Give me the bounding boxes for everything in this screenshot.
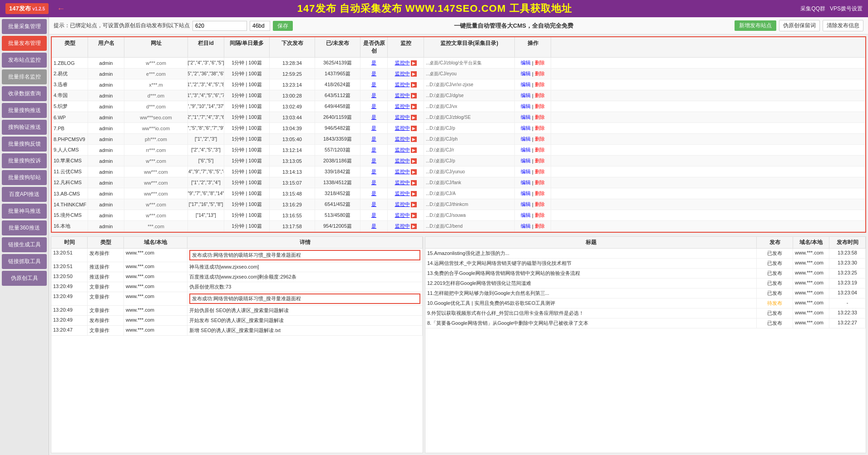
cell-monitor[interactable]: 监控中 ▶ — [388, 145, 424, 155]
cell-ops[interactable]: 编辑 | 删除 — [515, 123, 551, 133]
sidebar-btn-6[interactable]: 搜狗验证推送 — [2, 120, 47, 135]
save-button[interactable]: 保存 — [273, 21, 293, 31]
cell-monitor[interactable]: 监控中 ▶ — [388, 210, 424, 220]
cell-ops[interactable]: 编辑 | 删除 — [515, 221, 551, 231]
cell-cols: ["1","3","4","5","6","7"] — [188, 90, 224, 101]
cell-monitor[interactable]: 监控中 ▶ — [388, 156, 424, 166]
new-site-button[interactable]: 新增发布站点 — [735, 20, 776, 31]
cell-ops[interactable]: 编辑 | 删除 — [515, 188, 551, 199]
cell-next: 13:02:49 — [270, 101, 315, 112]
cell-monitor[interactable]: 监控中 ▶ — [388, 177, 424, 188]
num-input[interactable] — [250, 21, 270, 31]
sidebar-btn-5[interactable]: 批量搜狗推送 — [2, 103, 47, 118]
cell-type: 9.人人CMS — [52, 145, 88, 155]
log-detail: 新增 SEO的诱人课区_搜索量问题解读.txt — [187, 326, 423, 335]
cell-next: 13:14:13 — [270, 166, 315, 177]
cell-interval: 1分钟 | 100篇 — [224, 177, 270, 188]
cell-url: ww***seo.com — [124, 112, 188, 122]
cell-interval: 1分钟 | 100篇 — [224, 68, 270, 79]
cell-ops[interactable]: 编辑 | 删除 — [515, 79, 551, 90]
cell-ops[interactable]: 编辑 | 删除 — [515, 101, 551, 112]
cell-interval: 1分钟 | 100篇 — [224, 188, 270, 199]
cell-cols: ["14","13"] — [188, 210, 224, 220]
cell-count: 3218/452篇 — [315, 188, 360, 199]
cell-interval: 1分钟 | 100篇 — [224, 79, 270, 90]
sidebar-btn-14[interactable]: 链接抓取工具 — [2, 254, 47, 269]
cell-dir: ...D:/桌面/CJ/thinkcm — [424, 199, 515, 210]
cell-url: ph***.com — [124, 134, 188, 144]
cell-user: admin — [88, 145, 124, 155]
bottom-area: 时间 类型 域名/本地 详情 13:20:51 发布操作 www.***.com… — [51, 236, 866, 453]
token-input[interactable] — [192, 21, 247, 31]
cell-monitor[interactable]: 监控中 ▶ — [388, 123, 424, 133]
sidebar-btn-10[interactable]: 百度API推送 — [2, 187, 47, 202]
cell-ops[interactable]: 编辑 | 删除 — [515, 166, 551, 177]
logo-text: 147发布 — [9, 5, 31, 12]
sidebar-btn-7[interactable]: 批量搜狗反馈 — [2, 137, 47, 152]
cell-monitor[interactable]: 监控中 ▶ — [388, 199, 424, 210]
vps-settings-link[interactable]: VPS拨号设置 — [830, 5, 863, 13]
cell-ops[interactable]: 编辑 | 删除 — [515, 156, 551, 166]
cell-monitor[interactable]: 监控中 ▶ — [388, 68, 424, 79]
cell-pseudo: 是 — [360, 68, 388, 79]
cell-ops[interactable]: 编辑 | 删除 — [515, 134, 551, 144]
right-title: 15.Amazonlisting强化进上加强的力... — [425, 249, 757, 258]
cell-cols: ["2","1","7","4","3","6"] — [188, 112, 224, 122]
cell-count: 2640/1159篇 — [315, 112, 360, 122]
log-row-inner: 13:20:47 文章操作 www.***.com 新增 SEO的诱人课区_搜索… — [51, 326, 423, 336]
right-status: 已发布 — [757, 269, 793, 278]
log-detail-wrapper: 发布成功:网络营销的吸睛坏习惯_搜寻量准题面程 — [187, 292, 423, 305]
sidebar-btn-1[interactable]: 批量发布管理 — [2, 36, 47, 51]
cell-pseudo: 是 — [360, 101, 388, 112]
cell-ops[interactable]: 编辑 | 删除 — [515, 210, 551, 220]
sidebar-btn-12[interactable]: 批量360推送 — [2, 220, 47, 235]
clear-button[interactable]: 清除发布信息 — [823, 20, 863, 31]
log-domain: www.***.com — [124, 249, 187, 262]
sidebar-btn-2[interactable]: 发布站点监控 — [2, 53, 47, 68]
cell-ops[interactable]: 编辑 | 删除 — [515, 145, 551, 155]
cell-ops[interactable]: 编辑 | 删除 — [515, 112, 551, 122]
cell-monitor[interactable]: 监控中 ▶ — [388, 188, 424, 199]
cell-monitor[interactable]: 监控中 ▶ — [388, 134, 424, 144]
sidebar-btn-0[interactable]: 批量采集管理 — [2, 19, 47, 34]
log-row: 13:20:49 文章操作 www.***.com 发布成功:网络营销的吸睛坏习… — [51, 292, 423, 306]
cell-cols: ["35","2","36","38","6"...] — [188, 68, 224, 79]
sidebar-btn-4[interactable]: 收录数据查询 — [2, 86, 47, 101]
cell-monitor[interactable]: 监控中 ▶ — [388, 101, 424, 112]
cell-monitor[interactable]: 监控中 ▶ — [388, 112, 424, 122]
log-time: 13:20:49 — [51, 282, 88, 292]
sidebar-btn-13[interactable]: 链接生成工具 — [2, 237, 47, 252]
cell-monitor[interactable]: 监控中 ▶ — [388, 166, 424, 177]
log-row-inner: 13:20:51 推送操作 www.***.com 神马推送成功[www.zjx… — [51, 262, 423, 272]
pseudo-button[interactable]: 伪原创保留词 — [779, 20, 820, 31]
cell-interval: 1分钟 | 100篇 — [224, 145, 270, 155]
cell-interval: 1分钟 | 100篇 — [224, 199, 270, 210]
sidebar-btn-11[interactable]: 批量神马推送 — [2, 204, 47, 219]
right-panel: 标题 发布 域名/本地 发布时间 15.Amazonlisting强化进上加强的… — [425, 236, 866, 453]
cell-ops[interactable]: 编辑 | 删除 — [515, 68, 551, 79]
cell-ops[interactable]: 编辑 | 删除 — [515, 177, 551, 188]
cell-ops[interactable]: 编辑 | 删除 — [515, 90, 551, 101]
right-status: 已发布 — [757, 308, 793, 318]
cell-user: admin — [88, 210, 124, 220]
cell-monitor[interactable]: 监控中 ▶ — [388, 90, 424, 101]
sidebar-btn-15[interactable]: 伪原创工具 — [2, 271, 47, 286]
cell-monitor[interactable]: 监控中 ▶ — [388, 79, 424, 90]
cell-dir: ...D:/桌面/CJ/zblog/SE — [424, 112, 515, 122]
sidebar-btn-8[interactable]: 批量搜狗投诉 — [2, 153, 47, 168]
cell-count: 946/5482篇 — [315, 123, 360, 133]
cell-monitor[interactable]: 监控中 ▶ — [388, 221, 424, 231]
cell-ops[interactable]: 编辑 | 删除 — [515, 58, 551, 68]
sidebar-btn-9[interactable]: 批量搜狗邬站 — [2, 170, 47, 185]
right-time: 13:23:25 — [829, 269, 866, 278]
hint-text: 提示：已绑定站点，可设置伪原创后自动发布到以下站点 — [54, 22, 190, 29]
right-status: 待发布 — [757, 298, 793, 308]
cell-monitor[interactable]: 监控中 ▶ — [388, 58, 424, 68]
qq-group-link[interactable]: 采集QQ群 — [800, 5, 825, 13]
right-title: 9.外贸以获取视频形式有什么样_外贸出口信用卡业务应用软件是必选！ — [425, 308, 757, 318]
table-row: 7.PB admin ww***io.com ["4","5","8","6",… — [52, 123, 865, 134]
sidebar-btn-3[interactable]: 批量排名监控 — [2, 69, 47, 84]
log-header: 时间 类型 域名/本地 详情 — [51, 237, 423, 249]
log-time: 13:20:51 — [51, 249, 88, 262]
cell-ops[interactable]: 编辑 | 删除 — [515, 199, 551, 210]
